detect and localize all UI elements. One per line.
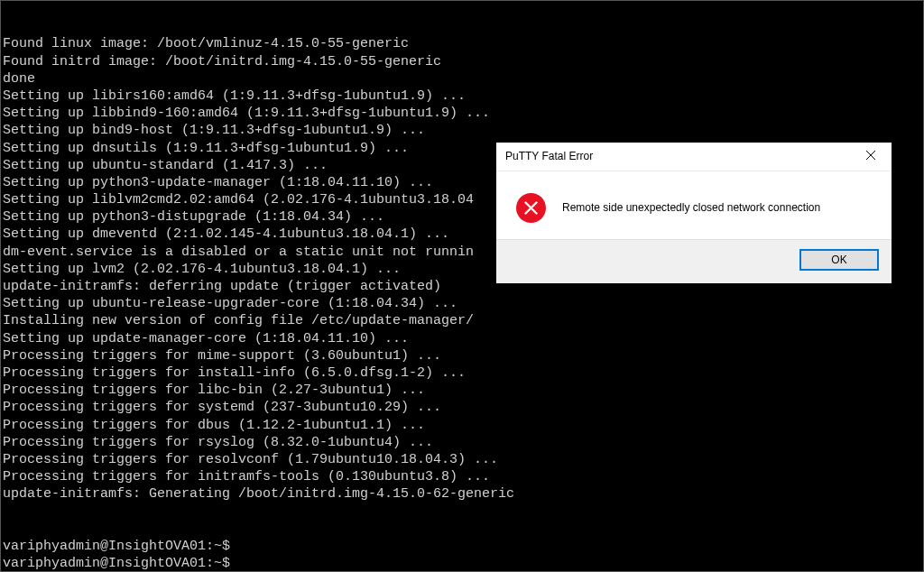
terminal-prompt-line: variphyadmin@InsightOVA01:~$ bbox=[3, 555, 921, 572]
terminal-line: Setting up ubuntu-release-upgrader-core … bbox=[3, 295, 921, 312]
error-icon bbox=[516, 193, 546, 223]
terminal-line: Processing triggers for libc-bin (2.27-3… bbox=[3, 382, 921, 399]
terminal-line: Setting up bind9-host (1:9.11.3+dfsg-1ub… bbox=[3, 122, 921, 139]
terminal-line: done bbox=[3, 70, 921, 88]
error-dialog: PuTTY Fatal Error Remote side unexpected… bbox=[496, 143, 892, 283]
terminal-line: Processing triggers for install-info (6.… bbox=[3, 364, 921, 382]
terminal-line: update-initramfs: Generating /boot/initr… bbox=[3, 485, 921, 503]
terminal-line: Setting up libbind9-160:amd64 (1:9.11.3+… bbox=[3, 105, 921, 122]
terminal-line: Processing triggers for initramfs-tools … bbox=[3, 468, 921, 485]
dialog-body: Remote side unexpectedly closed network … bbox=[496, 171, 892, 239]
terminal-line: Found initrd image: /boot/initrd.img-4.1… bbox=[3, 53, 921, 70]
terminal-line: Processing triggers for mime-support (3.… bbox=[3, 347, 921, 364]
dialog-message: Remote side unexpectedly closed network … bbox=[562, 201, 820, 215]
terminal-line: Processing triggers for systemd (237-3ub… bbox=[3, 399, 921, 416]
terminal-line: Processing triggers for dbus (1.12.2-1ub… bbox=[3, 417, 921, 434]
dialog-title: PuTTY Fatal Error bbox=[505, 150, 593, 163]
terminal-line: Processing triggers for resolvconf (1.79… bbox=[3, 451, 921, 468]
terminal-prompt-line: variphyadmin@InsightOVA01:~$ bbox=[3, 538, 921, 555]
terminal-line: Installing new version of config file /e… bbox=[3, 312, 921, 329]
terminal-line: Found linux image: /boot/vmlinuz-4.15.0-… bbox=[3, 35, 921, 52]
dialog-footer: OK bbox=[496, 239, 892, 283]
terminal-line: Setting up update-manager-core (1:18.04.… bbox=[3, 330, 921, 347]
terminal-output: Found linux image: /boot/vmlinuz-4.15.0-… bbox=[1, 1, 923, 572]
terminal-line: Processing triggers for rsyslog (8.32.0-… bbox=[3, 434, 921, 451]
terminal-line: Setting up libirs160:amd64 (1:9.11.3+dfs… bbox=[3, 88, 921, 105]
dialog-titlebar[interactable]: PuTTY Fatal Error bbox=[496, 143, 892, 171]
ok-button[interactable]: OK bbox=[799, 249, 879, 271]
terminal-prompts: variphyadmin@InsightOVA01:~$variphyadmin… bbox=[3, 538, 921, 572]
close-button[interactable] bbox=[850, 143, 892, 171]
close-icon bbox=[866, 150, 875, 163]
